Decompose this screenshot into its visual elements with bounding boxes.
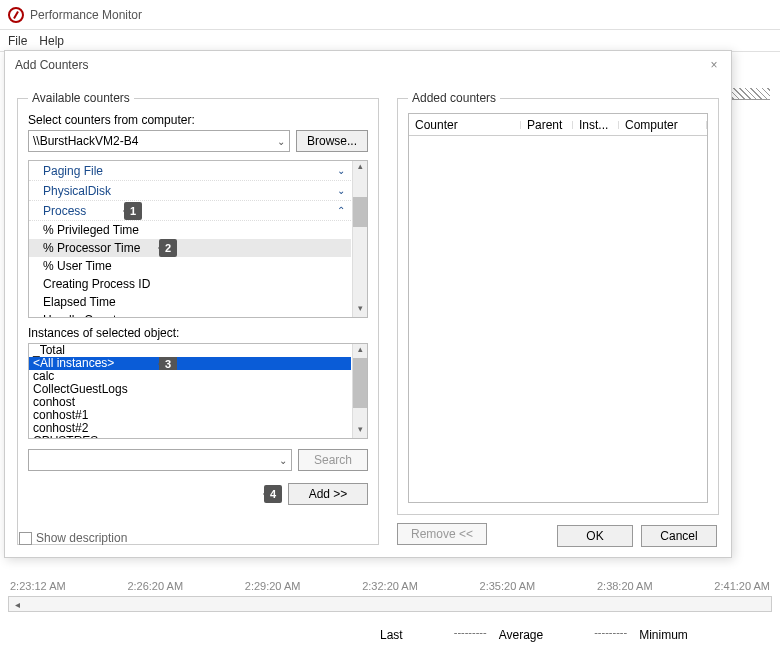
annotation-badge-2: 2 bbox=[159, 239, 177, 257]
chevron-down-icon[interactable]: ⌄ bbox=[337, 165, 345, 176]
scroll-down-icon[interactable]: ▾ bbox=[353, 303, 367, 317]
instance-label: <All instances> bbox=[33, 357, 114, 370]
main-titlebar: Performance Monitor bbox=[0, 0, 780, 30]
col-counter[interactable]: Counter bbox=[409, 118, 521, 132]
stats-average-value: --------- bbox=[551, 626, 631, 644]
counter-label: % Privileged Time bbox=[43, 223, 139, 237]
added-counters-group: Added counters Counter Parent Inst... Co… bbox=[397, 91, 719, 515]
counter-label: Elapsed Time bbox=[43, 295, 116, 309]
instance-label: CPUSTRES bbox=[33, 435, 98, 438]
counter-label: Creating Process ID bbox=[43, 277, 150, 291]
show-description-label: Show description bbox=[36, 531, 127, 545]
browse-button[interactable]: Browse... bbox=[296, 130, 368, 152]
instance-label: _Total bbox=[33, 344, 65, 357]
stats-minimum-label: Minimum bbox=[639, 628, 688, 642]
chevron-down-icon: ⌄ bbox=[277, 136, 285, 147]
instance-label: conhost#1 bbox=[33, 409, 88, 422]
stats-last-label: Last bbox=[380, 628, 403, 642]
counter-item[interactable]: Elapsed Time bbox=[29, 293, 351, 311]
menubar: File Help bbox=[0, 30, 780, 52]
remove-button[interactable]: Remove << bbox=[397, 523, 487, 545]
instance-item[interactable]: _Total bbox=[29, 344, 351, 357]
col-computer[interactable]: Computer bbox=[619, 118, 707, 132]
category-label: Process bbox=[43, 204, 86, 218]
instance-item[interactable]: CollectGuestLogs bbox=[29, 383, 351, 396]
scroll-down-icon[interactable]: ▾ bbox=[353, 424, 367, 438]
instances-listbox[interactable]: _Total <All instances> 3 calc CollectGue… bbox=[28, 343, 368, 439]
search-button[interactable]: Search bbox=[298, 449, 368, 471]
counter-item[interactable]: % Privileged Time bbox=[29, 221, 351, 239]
chart-time-axis: 2:23:12 AM 2:26:20 AM 2:29:20 AM 2:32:20… bbox=[10, 580, 770, 592]
added-counters-legend: Added counters bbox=[408, 91, 500, 105]
menu-help[interactable]: Help bbox=[39, 34, 64, 48]
scroll-up-icon[interactable]: ▴ bbox=[353, 161, 367, 175]
instance-item[interactable]: conhost bbox=[29, 396, 351, 409]
counter-item-selected[interactable]: % Processor Time 2 bbox=[29, 239, 351, 257]
dialog-titlebar[interactable]: Add Counters × bbox=[5, 51, 731, 79]
scroll-left-icon[interactable]: ◂ bbox=[9, 599, 25, 613]
chart-stats: Last --------- Average --------- Minimum bbox=[380, 626, 780, 644]
menu-file[interactable]: File bbox=[8, 34, 27, 48]
category-label: PhysicalDisk bbox=[43, 184, 111, 198]
instance-label: CollectGuestLogs bbox=[33, 383, 128, 396]
add-counters-dialog: Add Counters × Available counters Select… bbox=[4, 50, 732, 558]
time-tick: 2:26:20 AM bbox=[127, 580, 183, 592]
time-tick: 2:38:20 AM bbox=[597, 580, 653, 592]
instance-item[interactable]: conhost#2 bbox=[29, 422, 351, 435]
annotation-badge-1: 1 bbox=[124, 202, 142, 220]
chart-scrollbar-horizontal[interactable]: ◂ bbox=[8, 596, 772, 612]
counter-label: % Processor Time bbox=[43, 241, 140, 255]
computer-dropdown[interactable]: \\BurstHackVM2-B4 ⌄ bbox=[28, 130, 290, 152]
instance-label: calc bbox=[33, 370, 54, 383]
show-description-checkbox[interactable] bbox=[19, 532, 32, 545]
counter-label: % User Time bbox=[43, 259, 112, 273]
chevron-down-icon: ⌄ bbox=[279, 455, 287, 466]
time-tick: 2:41:20 AM bbox=[714, 580, 770, 592]
counter-item[interactable]: Handle Count bbox=[29, 311, 351, 317]
category-physicaldisk[interactable]: PhysicalDisk ⌄ bbox=[29, 181, 351, 201]
cancel-button[interactable]: Cancel bbox=[641, 525, 717, 547]
instance-search-combo[interactable]: ⌄ bbox=[28, 449, 292, 471]
scroll-thumb[interactable] bbox=[353, 197, 367, 227]
category-paging-file[interactable]: Paging File ⌄ bbox=[29, 161, 351, 181]
counter-item[interactable]: % User Time bbox=[29, 257, 351, 275]
main-window-title: Performance Monitor bbox=[30, 8, 142, 22]
scroll-thumb[interactable] bbox=[353, 358, 367, 408]
instance-item[interactable]: CPUSTRES bbox=[29, 435, 351, 438]
col-parent[interactable]: Parent bbox=[521, 118, 573, 132]
chevron-up-icon[interactable]: ⌃ bbox=[337, 205, 345, 216]
category-process[interactable]: Process ⌃ 1 bbox=[29, 201, 351, 221]
counter-label: Handle Count bbox=[43, 313, 116, 317]
listbox-scrollbar[interactable]: ▴ ▾ bbox=[352, 344, 368, 438]
dialog-title: Add Counters bbox=[15, 58, 88, 72]
available-counters-legend: Available counters bbox=[28, 91, 134, 105]
available-counters-group: Available counters Select counters from … bbox=[17, 91, 379, 545]
stats-average-label: Average bbox=[499, 628, 543, 642]
add-button[interactable]: Add >> bbox=[288, 483, 368, 505]
counter-item[interactable]: Creating Process ID bbox=[29, 275, 351, 293]
stats-last-value: --------- bbox=[411, 626, 491, 644]
close-icon[interactable]: × bbox=[707, 58, 721, 72]
instances-label: Instances of selected object: bbox=[28, 326, 368, 340]
instance-item[interactable]: calc bbox=[29, 370, 351, 383]
scroll-up-icon[interactable]: ▴ bbox=[353, 344, 367, 358]
added-counters-table[interactable]: Counter Parent Inst... Computer bbox=[408, 113, 708, 503]
select-computer-label: Select counters from computer: bbox=[28, 113, 368, 127]
time-tick: 2:23:12 AM bbox=[10, 580, 66, 592]
chevron-down-icon[interactable]: ⌄ bbox=[337, 185, 345, 196]
ok-button[interactable]: OK bbox=[557, 525, 633, 547]
counters-listbox[interactable]: Paging File ⌄ PhysicalDisk ⌄ Process ⌃ 1 bbox=[28, 160, 368, 318]
listbox-scrollbar[interactable]: ▴ ▾ bbox=[352, 161, 368, 317]
time-tick: 2:35:20 AM bbox=[480, 580, 536, 592]
instance-item[interactable]: conhost#1 bbox=[29, 409, 351, 422]
annotation-badge-4: 4 bbox=[264, 485, 282, 503]
time-tick: 2:32:20 AM bbox=[362, 580, 418, 592]
computer-value: \\BurstHackVM2-B4 bbox=[33, 134, 138, 148]
instance-item-selected[interactable]: <All instances> 3 bbox=[29, 357, 351, 370]
instance-label: conhost#2 bbox=[33, 422, 88, 435]
perfmon-app-icon bbox=[8, 7, 24, 23]
show-description-checkbox-group[interactable]: Show description bbox=[19, 531, 127, 545]
instance-label: conhost bbox=[33, 396, 75, 409]
annotation-badge-3: 3 bbox=[159, 357, 177, 370]
col-inst[interactable]: Inst... bbox=[573, 118, 619, 132]
